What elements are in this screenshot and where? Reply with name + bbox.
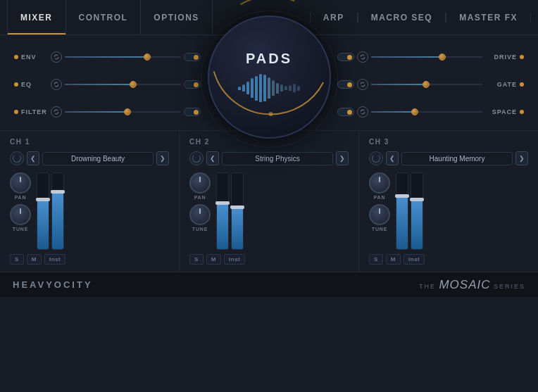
filter-slider-row: FILTER: [14, 106, 201, 118]
ch1-footer: S M Inst: [10, 254, 169, 265]
ch3-fader1[interactable]: [396, 172, 408, 250]
ch3-next-btn[interactable]: ❯: [515, 151, 528, 165]
gate-label: GATE: [485, 81, 517, 88]
drive-toggle[interactable]: [337, 53, 354, 61]
ch1-faders: [37, 172, 169, 250]
wave-bar: [238, 87, 241, 90]
gate-slider-row: GATE: [337, 79, 524, 90]
ch1-m-btn[interactable]: M: [27, 254, 42, 265]
ch2-fader1[interactable]: [216, 172, 229, 250]
env-power-btn[interactable]: [51, 51, 62, 63]
right-sliders-panel: DRIVE GATE: [337, 42, 524, 123]
ch1-inst-btn[interactable]: Inst: [44, 254, 65, 265]
ch1-prev-btn[interactable]: ❮: [27, 151, 39, 165]
ch2-tune-knob[interactable]: [189, 204, 211, 225]
ch3-inst-btn[interactable]: Inst: [404, 254, 425, 265]
space-slider-row: SPACE: [337, 106, 524, 118]
ch3-pan-knob[interactable]: [369, 172, 390, 194]
space-power-btn[interactable]: [357, 106, 368, 118]
wave-bar: [255, 76, 258, 101]
nav-right: ARP MACRO SEQ MASTER FX: [310, 13, 531, 23]
wave-bar: [289, 85, 292, 91]
ch3-tune-knob-wrap: TUNE: [369, 204, 390, 232]
space-label: SPACE: [485, 108, 517, 115]
wave-bar: [293, 84, 296, 92]
ch3-fader2[interactable]: [411, 172, 423, 250]
ch3-prev-btn[interactable]: ❮: [386, 151, 399, 165]
svg-point-0: [54, 56, 58, 60]
ch2-pan-knob[interactable]: [189, 172, 211, 194]
drive-label: DRIVE: [485, 53, 517, 61]
ch2-next-btn[interactable]: ❯: [336, 151, 349, 165]
drive-dot: [520, 55, 524, 59]
wave-bar: [280, 84, 283, 91]
ch2-power-btn[interactable]: [189, 151, 204, 165]
eq-track[interactable]: [65, 84, 181, 85]
ch3-power-btn[interactable]: [369, 151, 383, 165]
gate-toggle[interactable]: [337, 80, 354, 89]
nav-control[interactable]: CONTROL: [66, 0, 142, 34]
ch1-pan-knob[interactable]: [10, 172, 31, 194]
filter-label: FILTER: [21, 108, 48, 115]
svg-point-6: [268, 112, 273, 116]
ch1-fader2[interactable]: [51, 172, 64, 250]
nav-options[interactable]: OPTIONS: [141, 0, 213, 34]
drive-track[interactable]: [371, 56, 482, 58]
filter-power-btn[interactable]: [51, 106, 62, 118]
ch1-next-btn[interactable]: ❯: [156, 151, 169, 165]
channel-3: CH 3 ❮ Haunting Memory ❯ PAN TUNE: [359, 131, 538, 272]
ch1-tune-knob[interactable]: [10, 204, 31, 225]
ch2-pan-knob-wrap: PAN: [189, 172, 211, 200]
ch2-s-btn[interactable]: S: [189, 254, 204, 265]
env-track-wrap: [65, 56, 181, 58]
wave-bar: [251, 78, 254, 98]
ch3-faders: [396, 172, 528, 250]
env-label: ENV: [21, 53, 48, 61]
ch3-title: CH 3: [369, 138, 528, 146]
ch3-m-btn[interactable]: M: [386, 254, 401, 265]
ch1-fader1[interactable]: [37, 172, 49, 250]
ch3-s-btn[interactable]: S: [369, 254, 383, 265]
env-slider-row: ENV: [14, 51, 201, 63]
space-toggle[interactable]: [337, 108, 354, 116]
ch3-preset: Haunting Memory: [401, 152, 513, 165]
eq-power-btn[interactable]: [51, 79, 62, 90]
pads-circle-container: PADS: [199, 39, 339, 127]
ch1-selector: ❮ Drowning Beauty ❯: [10, 151, 169, 165]
ch2-m-btn[interactable]: M: [206, 254, 221, 265]
ch1-preset: Drowning Beauty: [42, 152, 154, 165]
eq-slider-row: EQ: [14, 79, 201, 90]
ch1-pan-label: PAN: [15, 195, 27, 200]
space-track[interactable]: [371, 111, 482, 113]
ch1-pan-knob-wrap: PAN: [10, 172, 31, 200]
wave-bar: [242, 84, 245, 91]
env-track[interactable]: [65, 56, 181, 58]
ch2-tune-label: TUNE: [192, 227, 208, 232]
filter-track-wrap: [65, 111, 181, 113]
gate-dot: [520, 82, 524, 87]
ch1-knobs: PAN TUNE: [10, 172, 31, 250]
ch3-tune-knob[interactable]: [369, 204, 390, 225]
ch1-s-btn[interactable]: S: [10, 254, 24, 265]
ch3-controls: PAN TUNE: [369, 172, 528, 250]
nav-macroseq[interactable]: MACRO SEQ: [358, 13, 446, 23]
gate-power-btn[interactable]: [357, 79, 368, 90]
gate-track[interactable]: [371, 84, 482, 85]
ch2-prev-btn[interactable]: ❮: [206, 151, 219, 165]
ch2-faders: [216, 172, 349, 250]
ch2-fader2[interactable]: [231, 172, 244, 250]
drive-power-btn[interactable]: [357, 51, 368, 63]
ch1-power-btn[interactable]: [10, 151, 24, 165]
ch1-tune-knob-wrap: TUNE: [10, 204, 31, 232]
filter-track[interactable]: [65, 111, 181, 113]
ch1-controls: PAN TUNE: [10, 172, 169, 250]
ch3-footer: S M Inst: [369, 254, 528, 265]
pads-main-circle[interactable]: PADS: [208, 15, 331, 139]
ch2-preset: String Physics: [222, 152, 333, 165]
ch2-tune-knob-wrap: TUNE: [189, 204, 211, 232]
left-sliders-panel: ENV EQ: [14, 42, 201, 123]
nav-mixer[interactable]: MIXER: [7, 0, 66, 34]
nav-masterfx[interactable]: MASTER FX: [446, 13, 531, 23]
ch2-inst-btn[interactable]: Inst: [224, 254, 245, 265]
svg-point-9: [361, 110, 365, 114]
